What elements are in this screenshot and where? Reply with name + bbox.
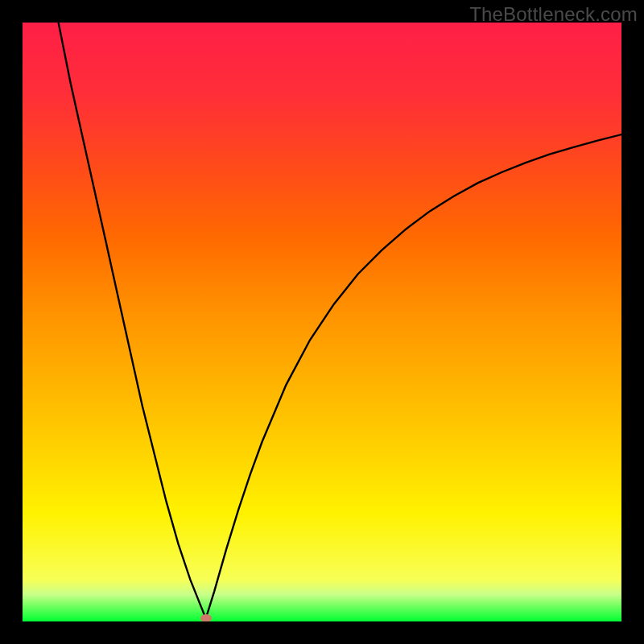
- watermark-text: TheBottleneck.com: [469, 3, 638, 26]
- plot-area: [23, 23, 621, 621]
- curve-left-branch: [59, 23, 206, 618]
- curve-right-branch: [206, 134, 621, 618]
- minimum-marker: [200, 614, 212, 621]
- outer-frame: TheBottleneck.com: [0, 0, 644, 644]
- bottleneck-curve: [23, 23, 621, 621]
